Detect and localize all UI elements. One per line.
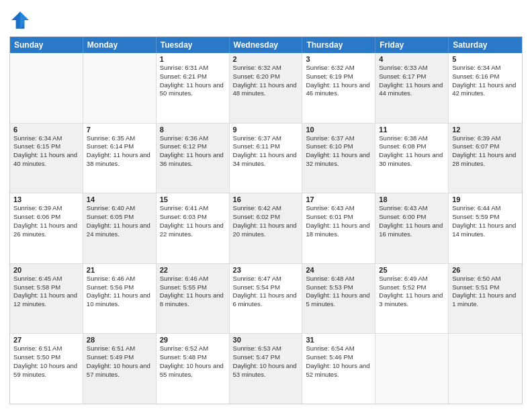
cal-header-friday: Friday <box>375 37 449 53</box>
sunset-text: Sunset: 5:51 PM <box>452 283 519 292</box>
cal-header-tuesday: Tuesday <box>157 37 230 53</box>
cal-cell-4-7: 26Sunrise: 6:50 AMSunset: 5:51 PMDayligh… <box>449 264 522 334</box>
sunset-text: Sunset: 6:03 PM <box>160 213 226 222</box>
sunset-text: Sunset: 6:12 PM <box>160 142 226 151</box>
day-number: 3 <box>306 55 371 63</box>
day-number: 31 <box>306 336 371 344</box>
day-number: 10 <box>306 126 371 134</box>
calendar: SundayMondayTuesdayWednesdayThursdayFrid… <box>9 36 523 404</box>
sunrise-text: Sunrise: 6:38 AM <box>379 134 445 143</box>
cal-week-5: 27Sunrise: 6:51 AMSunset: 5:50 PMDayligh… <box>10 334 522 404</box>
sunrise-text: Sunrise: 6:48 AM <box>306 275 371 283</box>
cal-cell-3-7: 19Sunrise: 6:44 AMSunset: 5:59 PMDayligh… <box>449 193 522 263</box>
sunrise-text: Sunrise: 6:54 AM <box>306 345 371 353</box>
svg-marker-1 <box>20 11 29 29</box>
cal-cell-3-1: 13Sunrise: 6:39 AMSunset: 6:06 PMDayligh… <box>10 193 83 263</box>
sunrise-text: Sunrise: 6:34 AM <box>13 134 79 143</box>
daylight-text: Daylight: 10 hours and 52 minutes. <box>306 362 371 379</box>
daylight-text: Daylight: 11 hours and 30 minutes. <box>379 151 445 169</box>
cal-cell-1-2 <box>83 53 157 123</box>
sunrise-text: Sunrise: 6:37 AM <box>233 134 299 143</box>
sunrise-text: Sunrise: 6:53 AM <box>233 345 299 353</box>
sunset-text: Sunset: 6:14 PM <box>87 142 152 151</box>
sunrise-text: Sunrise: 6:44 AM <box>452 204 519 213</box>
cal-cell-2-3: 8Sunrise: 6:36 AMSunset: 6:12 PMDaylight… <box>157 124 230 193</box>
cal-cell-3-4: 16Sunrise: 6:42 AMSunset: 6:02 PMDayligh… <box>230 193 303 263</box>
daylight-text: Daylight: 11 hours and 38 minutes. <box>87 151 152 169</box>
cal-cell-2-2: 7Sunrise: 6:35 AMSunset: 6:14 PMDaylight… <box>83 124 157 193</box>
cal-cell-5-6 <box>375 334 449 404</box>
cal-cell-3-2: 14Sunrise: 6:40 AMSunset: 6:05 PMDayligh… <box>83 193 157 263</box>
sunset-text: Sunset: 6:05 PM <box>87 213 152 222</box>
cal-cell-1-5: 3Sunrise: 6:32 AMSunset: 6:19 PMDaylight… <box>302 53 375 123</box>
sunset-text: Sunset: 5:47 PM <box>233 353 299 362</box>
sunset-text: Sunset: 5:58 PM <box>13 283 79 292</box>
daylight-text: Daylight: 11 hours and 16 minutes. <box>379 222 445 239</box>
daylight-text: Daylight: 11 hours and 10 minutes. <box>87 291 152 309</box>
cal-week-3: 13Sunrise: 6:39 AMSunset: 6:06 PMDayligh… <box>10 193 522 264</box>
sunrise-text: Sunrise: 6:45 AM <box>13 275 79 283</box>
daylight-text: Daylight: 10 hours and 53 minutes. <box>233 362 299 379</box>
cal-cell-2-4: 9Sunrise: 6:37 AMSunset: 6:11 PMDaylight… <box>230 124 303 193</box>
sunset-text: Sunset: 5:55 PM <box>160 283 226 292</box>
sunset-text: Sunset: 5:50 PM <box>13 353 79 362</box>
cal-cell-5-4: 30Sunrise: 6:53 AMSunset: 5:47 PMDayligh… <box>230 334 303 404</box>
logo-icon <box>9 9 31 31</box>
day-number: 14 <box>87 195 152 203</box>
sunrise-text: Sunrise: 6:46 AM <box>87 275 152 283</box>
daylight-text: Daylight: 11 hours and 42 minutes. <box>452 81 519 99</box>
day-number: 21 <box>87 266 152 274</box>
cal-cell-2-5: 10Sunrise: 6:37 AMSunset: 6:10 PMDayligh… <box>302 124 375 193</box>
sunset-text: Sunset: 5:52 PM <box>379 283 445 292</box>
day-number: 19 <box>452 195 519 203</box>
header <box>9 7 523 31</box>
sunrise-text: Sunrise: 6:39 AM <box>452 134 519 143</box>
sunrise-text: Sunrise: 6:41 AM <box>160 204 226 213</box>
cal-cell-1-4: 2Sunrise: 6:32 AMSunset: 6:20 PMDaylight… <box>230 53 303 123</box>
daylight-text: Daylight: 11 hours and 14 minutes. <box>452 222 519 239</box>
cal-cell-4-3: 22Sunrise: 6:46 AMSunset: 5:55 PMDayligh… <box>157 264 230 334</box>
sunrise-text: Sunrise: 6:51 AM <box>13 345 79 353</box>
daylight-text: Daylight: 11 hours and 44 minutes. <box>379 81 445 99</box>
daylight-text: Daylight: 11 hours and 32 minutes. <box>306 151 371 169</box>
page: SundayMondayTuesdayWednesdayThursdayFrid… <box>0 0 532 411</box>
sunset-text: Sunset: 6:02 PM <box>233 213 299 222</box>
sunrise-text: Sunrise: 6:33 AM <box>379 64 445 73</box>
day-number: 1 <box>160 55 226 63</box>
cal-cell-1-1 <box>10 53 83 123</box>
day-number: 29 <box>160 336 226 344</box>
cal-cell-4-5: 24Sunrise: 6:48 AMSunset: 5:53 PMDayligh… <box>302 264 375 334</box>
sunset-text: Sunset: 6:06 PM <box>13 213 79 222</box>
daylight-text: Daylight: 11 hours and 36 minutes. <box>160 151 226 169</box>
day-number: 24 <box>306 266 371 274</box>
daylight-text: Daylight: 10 hours and 59 minutes. <box>13 362 79 379</box>
cal-cell-5-7 <box>449 334 522 404</box>
cal-cell-4-4: 23Sunrise: 6:47 AMSunset: 5:54 PMDayligh… <box>230 264 303 334</box>
sunset-text: Sunset: 6:20 PM <box>233 73 299 81</box>
sunrise-text: Sunrise: 6:50 AM <box>452 275 519 283</box>
day-number: 27 <box>13 336 79 344</box>
day-number: 7 <box>87 126 152 134</box>
sunrise-text: Sunrise: 6:32 AM <box>306 64 371 73</box>
day-number: 22 <box>160 266 226 274</box>
day-number: 13 <box>13 195 79 203</box>
cal-cell-4-1: 20Sunrise: 6:45 AMSunset: 5:58 PMDayligh… <box>10 264 83 334</box>
daylight-text: Daylight: 11 hours and 24 minutes. <box>87 222 152 239</box>
daylight-text: Daylight: 11 hours and 5 minutes. <box>306 291 371 309</box>
sunset-text: Sunset: 5:56 PM <box>87 283 152 292</box>
daylight-text: Daylight: 11 hours and 18 minutes. <box>306 222 371 239</box>
cal-week-4: 20Sunrise: 6:45 AMSunset: 5:58 PMDayligh… <box>10 264 522 334</box>
sunset-text: Sunset: 5:54 PM <box>233 283 299 292</box>
daylight-text: Daylight: 11 hours and 12 minutes. <box>13 291 79 309</box>
day-number: 26 <box>452 266 519 274</box>
daylight-text: Daylight: 11 hours and 46 minutes. <box>306 81 371 99</box>
sunset-text: Sunset: 6:01 PM <box>306 213 371 222</box>
cal-cell-5-3: 29Sunrise: 6:52 AMSunset: 5:48 PMDayligh… <box>157 334 230 404</box>
sunrise-text: Sunrise: 6:36 AM <box>160 134 226 143</box>
day-number: 4 <box>379 55 445 63</box>
daylight-text: Daylight: 10 hours and 57 minutes. <box>87 362 152 379</box>
daylight-text: Daylight: 11 hours and 40 minutes. <box>13 151 79 169</box>
day-number: 28 <box>87 336 152 344</box>
day-number: 11 <box>379 126 445 134</box>
day-number: 25 <box>379 266 445 274</box>
